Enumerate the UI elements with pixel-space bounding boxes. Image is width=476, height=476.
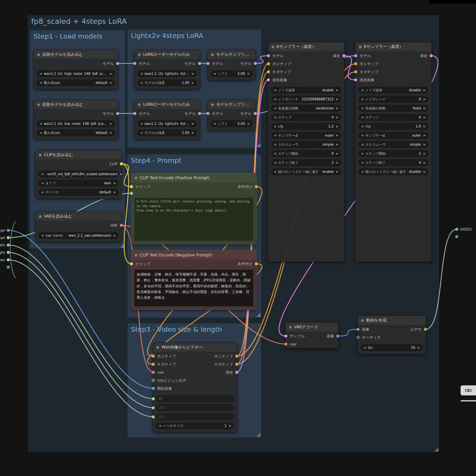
collapse-dot-icon[interactable] xyxy=(156,346,159,349)
node-output[interactable]: VIDEO xyxy=(457,226,476,240)
increment-arrow-icon[interactable]: ▶ xyxy=(110,81,112,84)
decrement-arrow-icon[interactable]: ◀ xyxy=(274,152,276,155)
increment-arrow-icon[interactable]: ▶ xyxy=(336,116,338,119)
increment-arrow-icon[interactable]: ▶ xyxy=(229,424,231,427)
widget-ノイズシード[interactable]: ◀ノイズシード225358988887322▶ xyxy=(271,96,341,103)
width-output-dot[interactable] xyxy=(7,244,10,247)
node-wan[interactable]: Wan画像からビデオへポジティブポジティブネガティブネガティブvae潜在clip… xyxy=(153,342,237,432)
collapse-dot-icon[interactable] xyxy=(135,254,137,256)
increment-arrow-icon[interactable]: ▶ xyxy=(424,125,426,128)
node-neg[interactable]: CLIP Text Encode (Negative Prompt)クリップ条件… xyxy=(131,250,257,310)
increment-arrow-icon[interactable]: ▶ xyxy=(114,191,116,194)
VIDEO-input-dot[interactable] xyxy=(455,228,458,231)
widget-幅[interactable]: 幅 xyxy=(156,395,234,402)
increment-arrow-icon[interactable]: ▶ xyxy=(114,182,116,185)
collapse-dot-icon[interactable] xyxy=(211,53,214,56)
widget-長さ[interactable]: 長さ xyxy=(156,413,234,420)
decrement-arrow-icon[interactable]: ◀ xyxy=(213,72,216,75)
prompt-textarea[interactable]: A felt-style little girl cashier greetin… xyxy=(134,197,254,241)
increment-arrow-icon[interactable]: ▶ xyxy=(424,161,426,164)
prompt-textarea[interactable]: 色调艳丽，过曝，静态，细节模糊不清，字幕，风格，作品，画作，画面，静止，整体发灰… xyxy=(134,269,254,307)
ネガティブ-input-dot[interactable] xyxy=(354,70,357,74)
decrement-arrow-icon[interactable]: ◀ xyxy=(40,72,42,75)
モデル-input-dot[interactable] xyxy=(133,62,136,65)
height-output-dot[interactable] xyxy=(7,251,10,254)
モデル-input-dot[interactable] xyxy=(206,62,209,65)
node-titlebar[interactable]: モデルサンプリングS... xyxy=(208,50,255,59)
node-titlebar[interactable]: CLIP Text Encode (Positive Prompt) xyxy=(131,173,256,183)
decrement-arrow-icon[interactable]: ◀ xyxy=(274,125,276,128)
decrement-arrow-icon[interactable]: ◀ xyxy=(41,173,43,176)
条件付け-output-dot[interactable] xyxy=(255,185,258,188)
node-titlebar[interactable]: 動画を作成 xyxy=(358,316,426,325)
画像-input-dot[interactable] xyxy=(356,328,360,331)
widget-vae_name[interactable]: ◀vae_namewan_2.1_vae.safetensors▶ xyxy=(38,232,119,239)
モデル-output-dot[interactable] xyxy=(116,112,119,115)
widget-input-dot[interactable] xyxy=(152,415,155,418)
ネガティブ-output-dot[interactable] xyxy=(235,363,238,366)
slot-input-dot[interactable] xyxy=(130,192,133,195)
increment-arrow-icon[interactable]: ▶ xyxy=(424,98,426,101)
node-ms1[interactable]: モデルサンプリングS...モデルモデル◀シフト5.00▶ xyxy=(207,50,256,80)
increment-arrow-icon[interactable]: ▶ xyxy=(120,173,122,176)
widget-シフト[interactable]: ◀シフト5.00▶ xyxy=(210,120,253,127)
decrement-arrow-icon[interactable]: ◀ xyxy=(361,161,363,164)
decrement-arrow-icon[interactable]: ◀ xyxy=(274,89,276,92)
画像-output-dot[interactable] xyxy=(336,335,339,338)
increment-arrow-icon[interactable]: ▶ xyxy=(336,143,338,146)
widget-モデルの強度[interactable]: ◀モデルの強度1.00▶ xyxy=(137,129,197,136)
decrement-arrow-icon[interactable]: ◀ xyxy=(274,161,276,164)
increment-arrow-icon[interactable]: ▶ xyxy=(110,131,112,134)
node-titlebar[interactable]: Kサンプラー（高度） xyxy=(355,42,431,52)
潜在画像-input-dot[interactable] xyxy=(354,79,357,82)
サンプル-input-dot[interactable] xyxy=(284,335,287,338)
node-ks2[interactable]: Kサンプラー（高度）モデル潜在ポジティブネガティブ潜在画像◀ノイズ追加disab… xyxy=(355,42,432,262)
increment-arrow-icon[interactable]: ▶ xyxy=(336,134,338,137)
decrement-arrow-icon[interactable]: ◀ xyxy=(41,191,43,194)
widget-重みdtype[interactable]: ◀重みdtypedefault▶ xyxy=(37,129,115,136)
increment-arrow-icon[interactable]: ▶ xyxy=(424,116,426,119)
increment-arrow-icon[interactable]: ▶ xyxy=(336,89,338,92)
widget-タイプ[interactable]: ◀タイプwan▶ xyxy=(38,180,119,187)
collapse-dot-icon[interactable] xyxy=(138,103,141,106)
widget-value[interactable]: ◀wan2.2_i2v_high_noise_14B_fp8_scaled.sa… xyxy=(37,70,115,77)
decrement-arrow-icon[interactable]: ◀ xyxy=(41,234,43,237)
モデル-output-dot[interactable] xyxy=(254,112,257,115)
widget-ステップ開始[interactable]: ◀ステップ開始0▶ xyxy=(271,150,341,157)
decrement-arrow-icon[interactable]: ◀ xyxy=(274,98,276,101)
widget-生成後の制御[interactable]: ◀生成後の制御randomize▶ xyxy=(271,105,341,112)
increment-arrow-icon[interactable]: ▶ xyxy=(192,81,194,84)
モデル-output-dot[interactable] xyxy=(198,112,201,115)
widget-残りのノイズと一緒に返す[interactable]: ◀残りのノイズと一緒に返すenable▶ xyxy=(271,168,341,175)
collapse-dot-icon[interactable] xyxy=(37,103,40,106)
decrement-arrow-icon[interactable]: ◀ xyxy=(140,72,142,75)
widget-残りのノイズと一緒に返す[interactable]: ◀残りのノイズと一緒に返すdisable▶ xyxy=(358,168,429,175)
decrement-arrow-icon[interactable]: ◀ xyxy=(361,134,363,137)
ポジティブ-output-dot[interactable] xyxy=(235,355,238,358)
モデル-output-dot[interactable] xyxy=(254,62,257,65)
increment-arrow-icon[interactable]: ▶ xyxy=(418,346,420,349)
increment-arrow-icon[interactable]: ▶ xyxy=(424,152,426,155)
decrement-arrow-icon[interactable]: ◀ xyxy=(274,107,276,110)
frames-output-dot[interactable] xyxy=(7,258,10,261)
decrement-arrow-icon[interactable]: ◀ xyxy=(213,122,216,125)
collapse-dot-icon[interactable] xyxy=(39,215,42,218)
オーディオ-input-dot[interactable] xyxy=(356,336,360,339)
decrement-arrow-icon[interactable]: ◀ xyxy=(274,134,276,137)
node-vae_loader[interactable]: VAEを読み込むVAE◀vae_namewan_2.1_vae.safetens… xyxy=(35,211,122,242)
increment-arrow-icon[interactable]: ▶ xyxy=(336,98,338,101)
widget-cfg[interactable]: ◀cfg1.0▶ xyxy=(271,123,341,130)
decrement-arrow-icon[interactable]: ◀ xyxy=(361,125,363,128)
increment-arrow-icon[interactable]: ▶ xyxy=(192,72,194,75)
モデル-input-dot[interactable] xyxy=(354,54,357,57)
node-titlebar[interactable]: Wan画像からビデオへ xyxy=(153,343,237,352)
潜在-output-dot[interactable] xyxy=(235,371,238,374)
widget-バッチサイズ[interactable]: ◀バッチサイズ1▶ xyxy=(156,422,234,429)
increment-arrow-icon[interactable]: ▶ xyxy=(336,170,338,173)
decrement-arrow-icon[interactable]: ◀ xyxy=(159,424,161,427)
ポジティブ-input-dot[interactable] xyxy=(354,62,357,65)
slot-input-dot[interactable] xyxy=(455,235,458,238)
node-titlebar[interactable]: 拡散モデルを読み込む xyxy=(34,50,118,59)
widget-サンプラー名[interactable]: ◀サンプラー名euler▶ xyxy=(271,132,341,139)
node-ms2[interactable]: モデルサンプリングS...モデルモデル◀シフト5.00▶ xyxy=(207,100,256,130)
